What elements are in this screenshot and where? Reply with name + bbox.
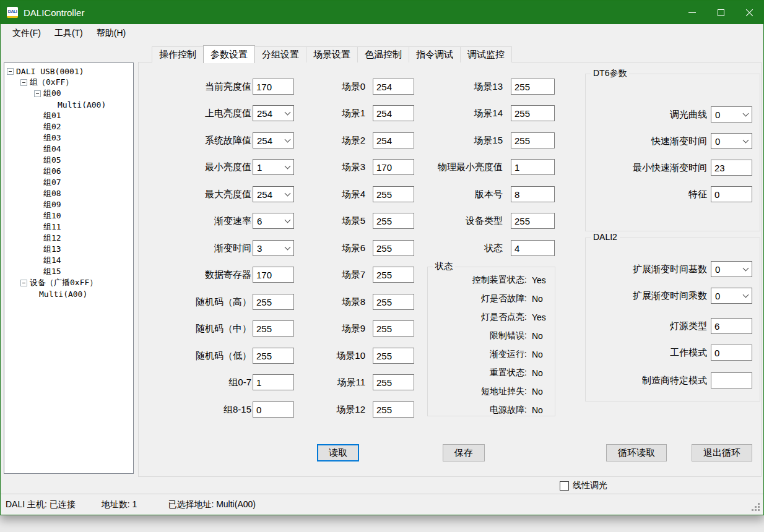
field-label: 最大亮度值 <box>145 189 251 200</box>
scene13-input[interactable] <box>511 79 555 95</box>
physical-min-brightness-input[interactable] <box>511 159 555 175</box>
exit-loop-button[interactable]: 退出循环 <box>692 444 752 461</box>
collapse-icon[interactable] <box>20 79 27 86</box>
working-mode-input[interactable] <box>711 345 752 361</box>
maximize-button[interactable] <box>706 1 735 24</box>
random-code-high-input[interactable] <box>253 294 294 310</box>
tree-item-group00[interactable]: 组00 <box>4 88 133 99</box>
scene11-input[interactable] <box>373 374 414 390</box>
power-on-brightness-combo[interactable]: 254 <box>253 105 294 121</box>
save-button[interactable]: 保存 <box>443 444 485 461</box>
random-code-low-input[interactable] <box>253 348 294 364</box>
scene7-input[interactable] <box>373 267 414 283</box>
menu-file[interactable]: 文件(F) <box>6 25 48 41</box>
tree-item-group12[interactable]: 组12 <box>4 233 133 244</box>
tree-item-group13[interactable]: 组13 <box>4 244 133 255</box>
tree-item-group15[interactable]: 组15 <box>4 266 133 277</box>
tree-item-group06[interactable]: 组06 <box>4 166 133 177</box>
scene10-input[interactable] <box>373 348 414 364</box>
extended-fade-time-multiplier-combo[interactable]: 0 <box>711 288 752 304</box>
tree-item-group08[interactable]: 组08 <box>4 188 133 199</box>
field-label: 场景12 <box>318 404 365 416</box>
tree-item-dali-usb[interactable]: DALI USB(0001) <box>4 66 133 77</box>
scene8-input[interactable] <box>373 294 414 310</box>
random-code-mid-input[interactable] <box>253 320 294 337</box>
scene14-input[interactable] <box>511 105 555 121</box>
loop-read-button[interactable]: 循环读取 <box>606 444 667 461</box>
tree-item-group14[interactable]: 组14 <box>4 255 133 266</box>
collapse-icon[interactable] <box>20 280 27 286</box>
status-row: 电源故障:No <box>428 401 550 419</box>
menu-tools[interactable]: 工具(T) <box>48 25 90 41</box>
tree-item-group02[interactable]: 组02 <box>4 121 133 132</box>
tab-command-debug[interactable]: 指令调试 <box>409 46 461 62</box>
scene15-input[interactable] <box>511 132 555 148</box>
light-source-type-input[interactable] <box>711 318 752 334</box>
status-input[interactable] <box>511 240 555 256</box>
tree-item-group07[interactable]: 组07 <box>4 177 133 188</box>
data-register-input[interactable] <box>253 267 294 283</box>
status-row: 控制装置状态:Yes <box>428 271 550 290</box>
tree-item-group09[interactable]: 组09 <box>4 199 133 210</box>
field-label: 组8-15 <box>145 404 251 416</box>
close-button[interactable] <box>735 1 763 24</box>
extended-fade-time-base-combo[interactable]: 0 <box>711 261 752 277</box>
device-type-input[interactable] <box>511 213 555 229</box>
version-number-input[interactable] <box>511 186 555 202</box>
collapse-icon[interactable] <box>34 90 41 97</box>
status-row: 重置状态:No <box>428 364 550 382</box>
tree-item-group11[interactable]: 组11 <box>4 221 133 233</box>
resize-grip-icon[interactable] <box>752 503 762 513</box>
minimize-button[interactable] <box>678 1 706 24</box>
manufacturer-specific-mode-input[interactable] <box>711 372 752 388</box>
tab-color-temp-control[interactable]: 色温控制 <box>357 46 409 62</box>
field-label: 场景14 <box>399 108 503 119</box>
current-brightness-input[interactable] <box>253 79 294 95</box>
scene12-input[interactable] <box>373 401 414 418</box>
tree-item-device-broadcast[interactable]: 设备（广播0xFF） <box>4 277 133 288</box>
chevron-down-icon <box>285 190 291 196</box>
tab-parameter-settings[interactable]: 参数设置 <box>203 45 255 63</box>
status-value: Yes <box>532 312 546 322</box>
features-input[interactable] <box>711 186 752 202</box>
field-label: 场景9 <box>318 323 365 335</box>
status-value: No <box>532 405 543 415</box>
tab-debug-monitor[interactable]: 调试监控 <box>460 46 512 62</box>
max-brightness-combo[interactable]: 254 <box>253 186 294 202</box>
min-fast-fade-time-input[interactable] <box>711 160 752 176</box>
group-8-15-input[interactable] <box>253 401 294 418</box>
linear-dimming-checkbox[interactable] <box>560 481 569 491</box>
device-tree: DALI USB(0001) 组（0xFF） 组00 Multi(A00) 组0… <box>4 62 134 474</box>
statusbar-host: DALI 主机: 已连接 <box>6 499 76 510</box>
tab-grouping-settings[interactable]: 分组设置 <box>254 46 306 62</box>
field-label: 系统故障值 <box>145 135 251 147</box>
tree-item-group10[interactable]: 组10 <box>4 210 133 221</box>
status-groupbox: 状态 控制装置状态:Yes 灯是否故障:No 灯是否点亮:Yes 限制错误:No… <box>427 267 555 416</box>
tree-item-group04[interactable]: 组04 <box>4 144 133 155</box>
group-0-7-input[interactable] <box>253 374 294 390</box>
collapse-icon[interactable] <box>7 68 14 75</box>
tree-item-device-multi-a00[interactable]: Multi(A00) <box>4 288 133 299</box>
tree-item-group-all[interactable]: 组（0xFF） <box>4 77 133 88</box>
scene9-input[interactable] <box>373 320 414 337</box>
dimming-curve-combo[interactable]: 0 <box>711 106 752 122</box>
tree-item-group03[interactable]: 组03 <box>4 132 133 144</box>
tree-item-group01[interactable]: 组01 <box>4 110 133 121</box>
tab-operation-control[interactable]: 操作控制 <box>152 46 204 62</box>
read-button[interactable]: 读取 <box>317 444 359 461</box>
field-label: 调光曲线 <box>586 109 707 121</box>
tree-item-group05[interactable]: 组05 <box>4 155 133 166</box>
tree-item-multi-a00[interactable]: Multi(A00) <box>4 99 133 110</box>
fade-time-combo[interactable]: 3 <box>253 240 294 256</box>
system-failure-combo[interactable]: 254 <box>253 132 294 148</box>
tab-scene-settings[interactable]: 场景设置 <box>306 46 358 62</box>
minimize-icon <box>688 12 696 13</box>
fast-fade-time-combo[interactable]: 0 <box>711 133 752 149</box>
menu-help[interactable]: 帮助(H) <box>90 25 132 41</box>
field-label: 随机码（低） <box>145 350 251 362</box>
chevron-down-icon <box>285 217 291 223</box>
min-brightness-combo[interactable]: 1 <box>253 159 294 175</box>
chevron-down-icon <box>743 265 749 271</box>
fade-rate-combo[interactable]: 6 <box>253 213 294 229</box>
status-value: No <box>532 331 543 341</box>
